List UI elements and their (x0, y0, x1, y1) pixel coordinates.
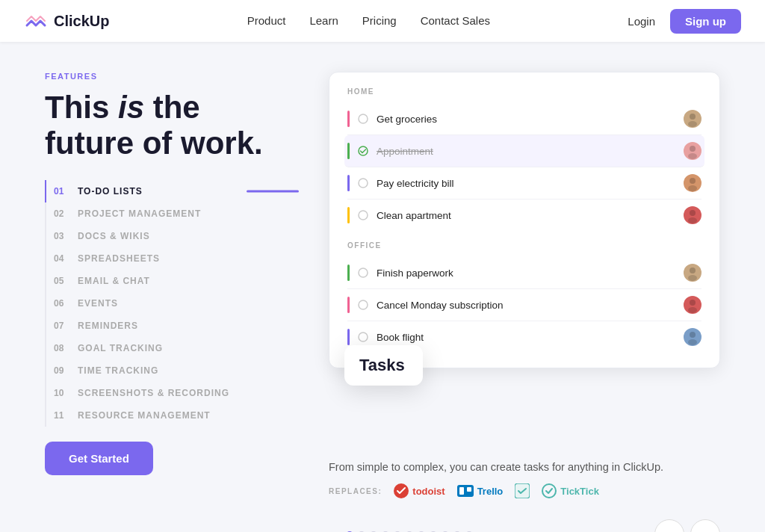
svg-point-16 (690, 300, 696, 306)
feature-item-10[interactable]: 10 SCREENSHOTS & RECORDING (45, 382, 299, 404)
feature-item-01[interactable]: 01 TO-DO LISTS (45, 180, 299, 202)
feature-item-06[interactable]: 06 EVENTS (45, 292, 299, 315)
task-row: Pay electricity bill (347, 167, 701, 200)
task-demo-card: HOME Get groceries Appointment Pay elect… (329, 72, 720, 368)
task-row: Appointment (344, 135, 704, 167)
description-text: From simple to complex, you can create t… (329, 461, 720, 473)
nav-arrows: ← → (654, 519, 720, 532)
svg-point-13 (690, 267, 696, 273)
signup-button[interactable]: Sign up (670, 9, 741, 34)
task-color-bar (347, 111, 350, 127)
task-avatar (684, 142, 701, 160)
ticktick-label: TickTick (560, 486, 599, 497)
right-column: HOME Get groceries Appointment Pay elect… (329, 72, 720, 498)
task-name: Clean apartment (377, 210, 676, 221)
task-row: Finish paperwork (347, 257, 701, 289)
next-arrow[interactable]: → (690, 519, 720, 532)
feature-item-03[interactable]: 03 DOCS & WIKIS (45, 225, 299, 247)
task-row: Get groceries (347, 103, 701, 135)
svg-point-20 (688, 339, 697, 345)
hero-title: This is the future of work. (45, 90, 299, 162)
task-check-empty (357, 113, 369, 125)
task-name: Pay electricity bill (377, 178, 676, 189)
feature-label: GOAL TRACKING (78, 343, 163, 353)
feature-num: 08 (54, 343, 69, 353)
task-row: Cancel Monday subscription (347, 289, 701, 321)
feature-item-02[interactable]: 02 PROJECT MANAGEMENT (45, 202, 299, 225)
replaces-row: REPLACES: todoist Trello Ti (329, 483, 720, 498)
nav-links: Product Learn Pricing Contact Sales (247, 14, 490, 28)
nav-item-pricing[interactable]: Pricing (362, 14, 397, 28)
feature-num: 01 (54, 186, 69, 197)
task-avatar (684, 328, 701, 346)
svg-point-18 (359, 332, 368, 341)
feature-label: TIME TRACKING (78, 365, 158, 376)
logo-text: ClickUp (54, 13, 109, 30)
feature-label: SCREENSHOTS & RECORDING (78, 388, 229, 398)
office-section-label: OFFICE (347, 241, 701, 250)
nav-item-product[interactable]: Product (247, 14, 286, 28)
feature-item-11[interactable]: 11 RESOURCE MANAGEMENT (45, 404, 299, 427)
svg-point-7 (690, 178, 696, 184)
feature-num: 07 (54, 321, 69, 331)
nav-item-contact[interactable]: Contact Sales (421, 14, 490, 28)
feature-num: 03 (54, 231, 69, 241)
todoist-label: todoist (412, 486, 445, 497)
svg-point-5 (688, 153, 697, 159)
feature-item-09[interactable]: 09 TIME TRACKING (45, 359, 299, 382)
navbar: ClickUp Product Learn Pricing Contact Sa… (0, 0, 765, 42)
nav-actions: Login Sign up (628, 9, 741, 34)
task-avatar (684, 206, 701, 224)
svg-point-17 (688, 307, 697, 313)
svg-point-15 (359, 300, 368, 309)
login-button[interactable]: Login (628, 15, 655, 28)
feature-num: 06 (54, 298, 69, 309)
svg-point-4 (690, 146, 696, 152)
svg-point-2 (688, 121, 697, 127)
svg-point-1 (690, 114, 696, 120)
check-icon-logo (515, 483, 530, 498)
task-avatar (684, 110, 701, 128)
prev-arrow[interactable]: ← (654, 519, 684, 532)
task-color-bar (347, 265, 350, 281)
task-name: Appointment (377, 146, 676, 157)
svg-point-8 (688, 185, 697, 191)
logo[interactable]: ClickUp (24, 9, 109, 33)
feature-label: TO-DO LISTS (78, 186, 143, 197)
tasks-popup-title: Tasks (359, 356, 405, 374)
task-check-empty (357, 267, 369, 279)
feature-label: REMINDERS (78, 321, 138, 331)
svg-point-11 (688, 217, 697, 223)
task-color-bar (347, 143, 350, 159)
svg-point-14 (688, 275, 697, 281)
feature-item-08[interactable]: 08 GOAL TRACKING (45, 337, 299, 359)
task-check-empty (357, 209, 369, 221)
task-check-done (357, 145, 369, 157)
task-check-empty (357, 299, 369, 311)
main-content: FEATURES This is the future of work. 01 … (0, 42, 765, 513)
feature-label: DOCS & WIKIS (78, 231, 150, 241)
feature-item-04[interactable]: 04 SPREADSHEETS (45, 247, 299, 270)
task-name: Get groceries (377, 114, 676, 125)
feature-item-05[interactable]: 05 EMAIL & CHAT (45, 270, 299, 292)
svg-point-12 (359, 268, 368, 277)
feature-num: 04 (54, 253, 69, 264)
features-label: FEATURES (45, 72, 299, 81)
feature-num: 05 (54, 276, 69, 286)
nav-item-learn[interactable]: Learn (309, 14, 338, 28)
task-color-bar (347, 297, 350, 313)
svg-rect-23 (459, 487, 464, 495)
feature-num: 10 (54, 388, 69, 398)
todoist-logo: todoist (394, 483, 445, 498)
feature-item-07[interactable]: 07 REMINDERS (45, 315, 299, 337)
task-color-bar (347, 207, 350, 223)
feature-num: 11 (54, 410, 69, 421)
task-name: Cancel Monday subscription (377, 300, 676, 311)
task-color-bar (347, 329, 350, 345)
svg-point-6 (359, 179, 368, 188)
get-started-button[interactable]: Get Started (45, 442, 153, 475)
svg-rect-24 (467, 487, 471, 492)
task-avatar (684, 264, 701, 282)
feature-list: 01 TO-DO LISTS 02 PROJECT MANAGEMENT 03 … (45, 180, 299, 427)
feature-label: EVENTS (78, 298, 118, 309)
